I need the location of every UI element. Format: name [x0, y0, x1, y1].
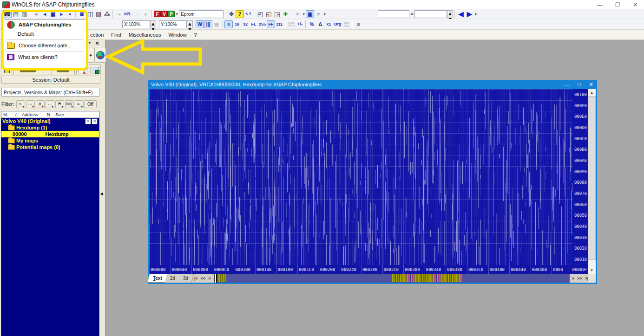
tree-row[interactable]: Volvo V40 (Original)≡✕	[1, 118, 99, 124]
project-export-icon[interactable]: ▤	[12, 10, 20, 18]
map-wizard-icon[interactable]: ◰	[256, 10, 264, 18]
preview-icon[interactable]: ◫	[86, 10, 94, 18]
step-spinner[interactable]: ▲▼	[447, 10, 453, 18]
bits-32-icon[interactable]: 32	[241, 20, 250, 28]
y-zoom-field-spinner[interactable]: ▲▼	[187, 20, 193, 28]
minimize-button[interactable]: —	[591, 0, 609, 9]
panel-close-icon[interactable]: ✕	[94, 40, 100, 46]
next-project-icon[interactable]: ▸	[57, 10, 66, 18]
column-size[interactable]: Size	[53, 112, 74, 117]
context-help-icon[interactable]: ↖?	[244, 10, 252, 18]
sign-toggle-icon[interactable]: +/-	[296, 20, 304, 28]
upload-version-icon[interactable]: ↑	[133, 10, 142, 18]
spin-up-icon[interactable]: ▲	[187, 21, 192, 26]
online-search-button[interactable]	[94, 48, 106, 63]
filter-list-icon[interactable]: ≡.▾	[75, 100, 84, 108]
vertical-scroll-thumb[interactable]	[588, 96, 596, 260]
close-button[interactable]: ✕	[626, 0, 644, 9]
filter-values-icon[interactable]: ⋯▾	[26, 100, 35, 108]
previous-project-icon[interactable]: ◂	[40, 10, 49, 18]
menu-item-choose-different-path---[interactable]: Choose different path...	[4, 41, 86, 50]
help-icon[interactable]: ?	[236, 10, 244, 18]
difference-dropdown-icon[interactable]: ▾	[473, 10, 478, 18]
eprom-combo[interactable]: Eprom	[179, 10, 223, 18]
panel-collapse-icon[interactable]: ▼	[86, 41, 93, 46]
tile-mode-icon[interactable]: ≡	[314, 10, 322, 18]
child-minimize-button[interactable]: —	[561, 80, 573, 89]
column-m[interactable]: M.	[1, 112, 13, 117]
scroll-up-icon[interactable]: ▲	[588, 89, 596, 96]
project-properties-icon[interactable]: ≣	[78, 10, 86, 18]
list-mode-dropdown-icon[interactable]: ▾	[302, 10, 306, 18]
first-project-icon[interactable]: «	[32, 10, 40, 18]
tree-row[interactable]: Hexdump (1)	[1, 124, 99, 131]
tree-row[interactable]: My maps	[1, 137, 99, 144]
parameters-dropdown-icon[interactable]: ▾	[175, 10, 179, 18]
filter-axis-icon[interactable]: ⌐.▾	[46, 100, 54, 108]
project-import-icon[interactable]: ▥	[20, 10, 28, 18]
menu-item-asap-chiptuningfiles[interactable]: ASAP Chiptuningfiles	[4, 20, 86, 29]
previous-version-icon[interactable]: ◂	[115, 10, 123, 18]
y-zoom-field[interactable]: Y:100%	[159, 20, 187, 28]
tab-3d[interactable]: 3d	[178, 274, 194, 283]
bits-float-icon[interactable]: FL	[250, 20, 258, 28]
column-n[interactable]: N	[45, 112, 53, 117]
list-mode-icon[interactable]: ≡	[293, 10, 302, 18]
window-display-icon[interactable]: ▣	[306, 10, 314, 18]
scope-combo[interactable]: Projects, Versions & Maps: (Ctrl+Shift+F…	[1, 88, 99, 97]
filter-compare-icon[interactable]: =.▾	[16, 100, 25, 108]
menu-ection[interactable]: ection	[86, 32, 107, 38]
child-maximize-button[interactable]: □	[573, 80, 585, 89]
factor-icon[interactable]: x1	[324, 20, 333, 28]
functions-icon[interactable]: F	[154, 11, 161, 17]
menu-miscellaneous[interactable]: Miscellaneous	[125, 32, 165, 38]
menu-item-default[interactable]: Default	[4, 29, 86, 39]
spin-up-icon[interactable]: ▲	[447, 11, 453, 16]
project-list-icon[interactable]: ≡	[85, 118, 91, 124]
address-combo-arrows[interactable]: ◂▸	[409, 10, 414, 18]
client-sync-icon[interactable]: ⁂	[103, 10, 111, 18]
session-button[interactable]: Session: Default	[1, 76, 100, 84]
project-close-icon[interactable]: ✕	[92, 118, 98, 124]
scroll-down-icon[interactable]: ▼	[588, 267, 596, 274]
hex-display-icon[interactable]: FF	[267, 20, 275, 28]
values-icon[interactable]: V	[161, 11, 168, 17]
original-icon[interactable]: Org	[333, 20, 342, 28]
next-difference-icon[interactable]: ▶	[465, 10, 473, 18]
child-close-button[interactable]: ✕	[585, 80, 597, 89]
background-color-icon[interactable]: ■	[354, 20, 362, 28]
value-combo[interactable]	[414, 10, 447, 18]
hexdump-graph[interactable]	[149, 89, 573, 265]
delta-icon[interactable]: Δ	[316, 20, 324, 28]
settings-icon[interactable]: ✻	[227, 10, 236, 18]
parameters-icon[interactable]: P	[168, 11, 175, 17]
spin-up-icon[interactable]: ▲	[151, 21, 156, 26]
filter-off-button[interactable]: Off	[85, 100, 97, 108]
grid-view-icon[interactable]: ▦	[212, 20, 221, 28]
compare-original-icon[interactable]: Org Org	[342, 20, 350, 28]
nav-first-icon[interactable]: |<	[193, 274, 199, 283]
tree-row[interactable]: Potential maps (0)	[1, 144, 99, 150]
vertical-scrollbar[interactable]: ▲ ▼	[588, 89, 596, 274]
bitmap-wizard-icon[interactable]: ◱	[264, 10, 273, 18]
decimal-display-icon[interactable]: 255	[258, 20, 267, 28]
tree-column-header[interactable]: M./AddressNSize	[1, 111, 99, 118]
column-address[interactable]: Address	[20, 112, 45, 117]
menu-[interactable]: ?	[191, 32, 201, 38]
nav-fast-forward-icon[interactable]: >>	[576, 276, 584, 281]
search-kb-icon[interactable]: KB..	[123, 10, 133, 18]
bits-16-icon[interactable]: 16	[233, 20, 241, 28]
filter-delta-icon[interactable]: Δ▾	[36, 100, 45, 108]
column-[interactable]: /	[13, 112, 20, 117]
filter-flag-icon[interactable]: ⚑▾	[55, 100, 64, 108]
x-zoom-field-spinner[interactable]: ▲▼	[150, 20, 156, 28]
screenshot-button[interactable]	[89, 65, 101, 75]
hexdump-window-titlebar[interactable]: Volvo V40 (Original), VRCA1H0000000, Hex…	[148, 80, 597, 89]
menu-item-what-are-clients-[interactable]: What are clients?	[4, 52, 86, 62]
text-view-icon[interactable]: W	[196, 20, 204, 28]
nav-fast-back-icon[interactable]: <<	[199, 274, 207, 283]
next-version-icon[interactable]: ▸	[142, 10, 150, 18]
bits-8-icon[interactable]: 8	[224, 20, 233, 28]
menu-window[interactable]: Window	[164, 32, 190, 38]
lohi-order-icon[interactable]: LOHI HILO	[287, 20, 296, 28]
